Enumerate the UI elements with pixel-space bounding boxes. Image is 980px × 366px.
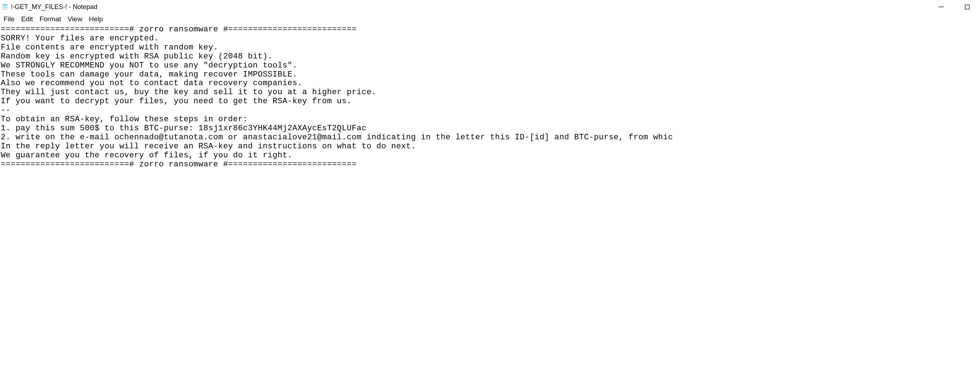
document-text[interactable]: ==========================# zorro ransom… — [1, 25, 978, 169]
window-title: !-GET_MY_FILES-! - Notepad — [11, 3, 97, 11]
maximize-button[interactable] — [954, 0, 980, 14]
text-editor-area[interactable]: ==========================# zorro ransom… — [0, 24, 980, 169]
notepad-icon — [2, 4, 8, 10]
svg-rect-1 — [3, 4, 7, 5]
svg-rect-6 — [965, 5, 969, 9]
menu-edit[interactable]: Edit — [18, 14, 36, 24]
menubar: File Edit Format View Help — [0, 14, 980, 24]
menu-view[interactable]: View — [65, 14, 86, 24]
minimize-button[interactable] — [928, 0, 954, 14]
menu-help[interactable]: Help — [86, 14, 106, 24]
window-controls — [928, 0, 980, 14]
menu-format[interactable]: Format — [37, 14, 64, 24]
menu-file[interactable]: File — [1, 14, 18, 24]
window-titlebar: !-GET_MY_FILES-! - Notepad — [0, 0, 980, 14]
